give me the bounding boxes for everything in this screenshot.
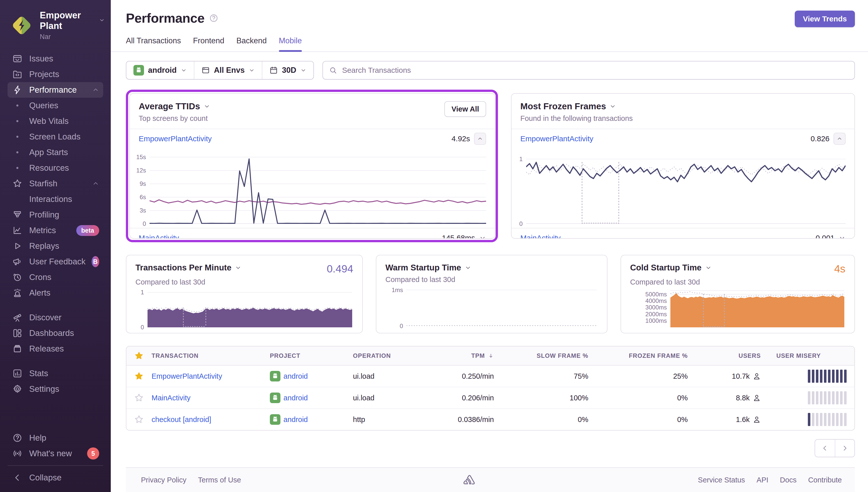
sidebar-item-web-vitals[interactable]: Web Vitals — [7, 113, 103, 129]
view-trends-button[interactable]: View Trends — [795, 10, 855, 27]
column-header-tpm[interactable]: TPM — [426, 352, 494, 359]
column-header-project[interactable]: PROJECT — [270, 352, 353, 359]
star-outline-icon[interactable] — [134, 414, 144, 424]
help-icon[interactable] — [209, 13, 219, 23]
column-header-slow[interactable]: SLOW FRAME % — [494, 352, 588, 359]
sidebar-item-label: Discover — [29, 313, 99, 322]
transaction-link[interactable]: MainActivity — [139, 233, 179, 239]
star-icon — [134, 351, 144, 361]
footer-link-terms-of-use[interactable]: Terms of Use — [198, 476, 241, 484]
tab-backend[interactable]: Backend — [236, 36, 267, 51]
sidebar-item-alerts[interactable]: Alerts — [7, 285, 103, 301]
transaction-link[interactable]: EmpowerPlantActivity — [520, 134, 593, 143]
environment-filter[interactable]: All Envs — [194, 62, 262, 79]
org-switcher[interactable]: Empower Plant Nar — [0, 0, 111, 44]
card-title: Most Frozen Frames — [520, 101, 606, 111]
footer-link-contribute[interactable]: Contribute — [808, 476, 842, 484]
issues-icon — [11, 53, 23, 65]
date-range-filter[interactable]: 30D — [262, 62, 313, 79]
tab-bar: All TransactionsFrontendBackendMobile — [111, 27, 868, 52]
project-link[interactable]: android — [283, 372, 308, 380]
column-header-misery[interactable]: USER MISERY — [761, 352, 855, 359]
expand-transaction-icon[interactable] — [479, 235, 486, 239]
warm-startup-title-dropdown[interactable]: Warm Startup Time — [385, 263, 471, 272]
tab-mobile[interactable]: Mobile — [279, 36, 302, 51]
sidebar-item-label: Replays — [29, 241, 99, 251]
sidebar-item-label: What's new — [29, 449, 81, 458]
expand-transaction-icon[interactable] — [839, 235, 846, 239]
column-header-transaction[interactable]: TRANSACTION — [152, 352, 270, 359]
sidebar-item-dashboards[interactable]: Dashboards — [7, 325, 103, 341]
sidebar-item-performance[interactable]: Performance — [7, 82, 103, 98]
next-page-button[interactable] — [835, 440, 854, 457]
tab-all-transactions[interactable]: All Transactions — [126, 36, 181, 51]
tpm-value: 0.206/min — [462, 394, 494, 402]
search-input[interactable] — [341, 66, 848, 75]
sidebar-item-profiling[interactable]: Profiling — [7, 207, 103, 223]
cold-startup-title-dropdown[interactable]: Cold Startup Time — [630, 263, 712, 272]
sidebar-item-releases[interactable]: Releases — [7, 341, 103, 356]
transaction-link[interactable]: EmpowerPlantActivity — [139, 134, 212, 143]
sidebar-item-app-starts[interactable]: App Starts — [7, 145, 103, 160]
metrics-icon — [11, 225, 23, 236]
project-link[interactable]: android — [283, 415, 308, 424]
footer-link-docs[interactable]: Docs — [780, 476, 796, 484]
view-all-button[interactable]: View All — [444, 101, 486, 117]
sidebar-item-projects[interactable]: Projects — [7, 67, 103, 82]
transaction-row-empowerplantactivity: EmpowerPlantActivity4.92s — [130, 129, 495, 148]
sidebar-item-queries[interactable]: Queries — [7, 98, 103, 113]
star-filled-icon[interactable] — [134, 371, 144, 381]
collapse-transaction-button[interactable] — [474, 133, 486, 145]
star-outline-icon[interactable] — [134, 393, 144, 403]
sidebar-item-metrics[interactable]: Metricsbeta — [7, 223, 103, 238]
tpm-chart — [148, 290, 352, 327]
footer-link-privacy-policy[interactable]: Privacy Policy — [141, 476, 186, 484]
transaction-link[interactable]: EmpowerPlantActivity — [152, 372, 222, 380]
project-filter[interactable]: android — [126, 62, 194, 79]
ttids-title-dropdown[interactable]: Average TTIDs — [139, 101, 210, 111]
transaction-link[interactable]: MainActivity — [152, 394, 190, 402]
person-icon — [753, 394, 761, 402]
column-header-frozen[interactable]: FROZEN FRAME % — [588, 352, 688, 359]
sidebar-item-issues[interactable]: Issues — [7, 51, 103, 67]
sidebar-item-crons[interactable]: Crons — [7, 269, 103, 285]
releases-icon — [11, 343, 23, 354]
y-tick-label: 5000ms — [645, 291, 667, 298]
card-subtitle: Compared to last 30d — [385, 275, 598, 284]
cold-startup-chart — [670, 290, 844, 327]
slow-frame-value: 75% — [574, 372, 588, 380]
tab-frontend[interactable]: Frontend — [193, 36, 224, 51]
sidebar-item-settings[interactable]: Settings — [7, 381, 103, 397]
project-link[interactable]: android — [283, 394, 308, 402]
footer-link-service-status[interactable]: Service Status — [698, 476, 745, 484]
sidebar-item-stats[interactable]: Stats — [7, 366, 103, 381]
users-value: 8.8k — [736, 394, 750, 402]
frozen-frames-title-dropdown[interactable]: Most Frozen Frames — [520, 101, 633, 111]
column-header-operation[interactable]: OPERATION — [353, 352, 426, 359]
android-project-icon — [270, 414, 280, 425]
transaction-link[interactable]: MainActivity — [520, 233, 561, 239]
footer-link-api[interactable]: API — [757, 476, 768, 484]
sidebar-item-resources[interactable]: Resources — [7, 160, 103, 176]
search-box[interactable] — [323, 61, 855, 79]
tpm-title-dropdown[interactable]: Transactions Per Minute — [135, 263, 241, 272]
collapse-transaction-button[interactable] — [834, 133, 846, 145]
y-axis: 10 — [513, 151, 526, 224]
operation-value: ui.load — [353, 372, 374, 380]
previous-page-button[interactable] — [815, 440, 835, 457]
sidebar-item-label: Projects — [29, 70, 99, 79]
transaction-link[interactable]: checkout [android] — [152, 415, 211, 424]
sidebar-item-collapse[interactable]: Collapse — [7, 470, 103, 486]
user-misery-bars — [808, 391, 847, 404]
sidebar-item-user-feedback[interactable]: User FeedbackB — [7, 254, 103, 269]
sidebar-item-replays[interactable]: Replays — [7, 238, 103, 254]
sidebar-item-screen-loads[interactable]: Screen Loads — [7, 129, 103, 145]
y-tick-label: 1ms — [392, 287, 403, 294]
sidebar-item-discover[interactable]: Discover — [7, 310, 103, 325]
sidebar-item-starfish[interactable]: Starfish — [7, 176, 103, 191]
android-project-icon — [270, 393, 280, 403]
sidebar-item-help[interactable]: Help — [7, 430, 103, 446]
column-header-users[interactable]: USERS — [688, 352, 761, 359]
sidebar-item-interactions[interactable]: Interactions — [7, 191, 103, 207]
sidebar-item-whats-new[interactable]: What's new5 — [7, 446, 103, 461]
